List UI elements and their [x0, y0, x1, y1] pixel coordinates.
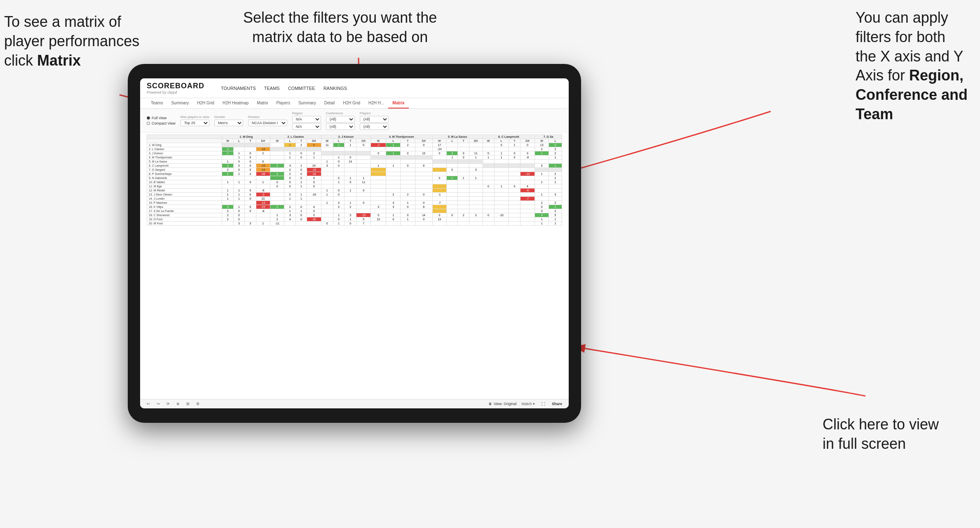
tab-players[interactable]: Players — [272, 98, 294, 108]
tab-summary2[interactable]: Summary — [294, 98, 320, 108]
col-header-1: 1. W Ding — [222, 135, 270, 139]
view-original-label: View: Original — [494, 402, 516, 406]
tab-matrix[interactable]: Matrix — [253, 98, 272, 108]
sub-w7: W — [535, 139, 549, 143]
zoom-button[interactable]: ⊕ — [175, 401, 181, 407]
tab-h2h-grid[interactable]: H2H Grid — [193, 98, 218, 108]
tab-teams[interactable]: Teams — [147, 98, 167, 108]
region-select-y[interactable]: N/A — [292, 123, 321, 130]
player-name: 6. C Lamprecht — [147, 164, 222, 168]
redo-button[interactable]: ↪ — [155, 401, 162, 407]
sub-t1: T — [245, 139, 256, 143]
nav-bar: SCOREBOARD Powered by clippd TOURNAMENTS… — [140, 78, 569, 98]
player-name: 20. M Ford — [147, 222, 222, 226]
table-row: 3. J Koivun 1102 102 01013 04011 0103 12 — [147, 151, 562, 156]
table-row: 1. W Ding 120 11110 -2120 17 010 130 — [147, 143, 562, 147]
max-players-select[interactable]: Top 25 — [181, 120, 209, 126]
bottom-toolbar: ↩ ↪ ⟳ ⊕ ⊞ ⚙ 🖥 View: Original Watch ▾ ⛶ S… — [140, 399, 569, 408]
division-select[interactable]: NCAA Division I — [248, 120, 287, 126]
players-label: Players — [360, 111, 389, 115]
share-button[interactable]: Share — [550, 401, 564, 407]
tab-detail[interactable]: Detail — [320, 98, 339, 108]
watch-button[interactable]: Watch ▾ — [520, 401, 537, 407]
player-name: 8. P Summerhays — [147, 172, 222, 176]
filter-gender: Gender Men's — [214, 115, 243, 126]
sub-dif5: Dif — [469, 139, 483, 143]
sub-t6: T — [509, 139, 520, 143]
player-name: 13. J Skov Olesen — [147, 193, 222, 197]
nav-teams[interactable]: TEAMS — [264, 86, 280, 91]
table-row: 14. J Lundin 11010 11 -7 — [147, 197, 562, 201]
table-row: 10. B Valdes 1101 0010 1011 11 — [147, 180, 562, 184]
app-title: SCOREBOARD — [147, 82, 204, 90]
view-compact-option[interactable]: Compact View — [147, 121, 176, 125]
fullscreen-button[interactable]: ⛶ — [540, 401, 547, 407]
view-full-option[interactable]: Full View — [147, 116, 176, 120]
nav-rankings[interactable]: RANKINGS — [324, 86, 347, 91]
grid-button[interactable]: ⊞ — [185, 401, 191, 407]
sub-w3: W — [321, 139, 333, 143]
players-select-y[interactable]: (All) — [360, 123, 389, 130]
tab-matrix-active[interactable]: Matrix — [388, 98, 408, 108]
full-view-label: Full View — [152, 116, 166, 120]
player-name: 9. N Gabrelcik — [147, 176, 222, 180]
player-name: 3. J Koivun — [147, 151, 222, 156]
region-select-x[interactable]: N/A — [292, 116, 321, 123]
sub-t4: T — [401, 139, 415, 143]
tab-summary[interactable]: Summary — [167, 98, 193, 108]
player-name: 15. P Maichon — [147, 201, 222, 205]
radio-compact-view — [147, 122, 150, 125]
sub-l5: L — [447, 139, 458, 143]
sub-w1: W — [222, 139, 233, 143]
settings-button[interactable]: ⚙ — [195, 401, 201, 407]
undo-button[interactable]: ↩ — [145, 401, 152, 407]
sub-l2: L — [284, 139, 295, 143]
nav-tournaments[interactable]: TOURNAMENTS — [221, 86, 256, 91]
player-name: 19. D Ford — [147, 217, 222, 222]
compact-view-label: Compact View — [152, 121, 176, 125]
player-name: 2. L Clanton — [147, 147, 222, 151]
sub-w5: W — [432, 139, 446, 143]
sub-w4: W — [370, 139, 386, 143]
nav-logo: SCOREBOARD Powered by clippd — [147, 82, 204, 94]
gender-select[interactable]: Men's — [214, 120, 243, 126]
sub-t3: T — [345, 139, 356, 143]
tab-h2h-heatmap[interactable]: H2H Heatmap — [218, 98, 253, 108]
tab-h2h-grid2[interactable]: H2H Grid — [339, 98, 364, 108]
sub-t2: T — [295, 139, 307, 143]
player-name: 5. M La Sasso — [147, 160, 222, 164]
radio-full-view — [147, 116, 150, 120]
nav-committee[interactable]: COMMITTEE — [288, 86, 315, 91]
table-row: 15. P Maichon -19 1310 410 -7 22 — [147, 201, 562, 205]
filter-division: Division NCAA Division I — [248, 115, 287, 126]
annotation-bottom-right: Click here to view in full screen — [823, 415, 939, 454]
powered-by: Powered by clippd — [147, 90, 204, 94]
sub-l4: L — [386, 139, 401, 143]
conference-select-x[interactable]: (All) — [326, 116, 355, 123]
table-row: 20. M Ford 331 -11 0107 11 — [147, 222, 562, 226]
sub-dif3: Dif — [356, 139, 370, 143]
refresh-button[interactable]: ⟳ — [165, 401, 171, 407]
table-row: 4. M Thorbjornsen 10 101 10 101 110-6 1 — [147, 156, 562, 160]
player-name: 1. W Ding — [147, 143, 222, 147]
table-row: 18. C Sherwood 20 1300 13-15 01014 0022 … — [147, 213, 562, 217]
sub-l1: L — [233, 139, 244, 143]
annotation-top-center: Select the filters you want the matrix d… — [243, 8, 437, 47]
conference-select-y[interactable]: (All) — [326, 123, 355, 130]
table-row: 13. J Skov Olesen 110-3 21-19 10 220 -1 … — [147, 193, 562, 197]
matrix-table: 1. W Ding 2. L Clanton 3. J Koivun 4. M … — [147, 134, 562, 226]
filter-conference: Conference (All) (All) — [326, 111, 355, 130]
tab-h2h-h[interactable]: H2H H... — [364, 98, 388, 108]
annotation-top-right: You can apply filters for both the X axi… — [856, 8, 968, 124]
player-name: 11. M Ege — [147, 184, 222, 189]
players-select-x[interactable]: (All) — [360, 116, 389, 123]
col-header-player — [147, 135, 222, 139]
sub-t5: T — [458, 139, 469, 143]
col-header-2: 2. L Clanton — [270, 135, 321, 139]
division-label: Division — [248, 115, 287, 119]
table-row: 17. S De La Fuente 200-8 110 02 — [147, 209, 562, 213]
sub-l6: L — [494, 139, 509, 143]
sub-l7: L — [549, 139, 562, 143]
table-row: 7. G Sargent 200-16 20-15 03 — [147, 168, 562, 172]
player-name: 4. M Thorbjornsen — [147, 156, 222, 160]
